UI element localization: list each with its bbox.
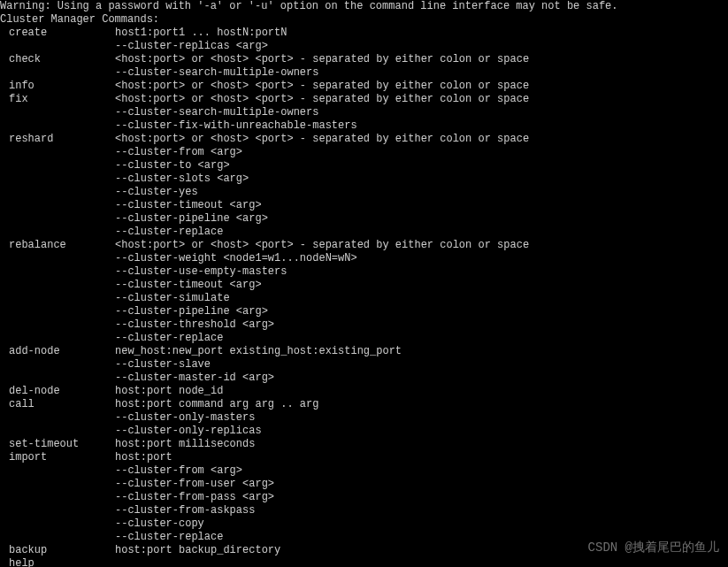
terminal-line: --cluster-pipeline <arg> [0, 212, 728, 226]
terminal-line: --cluster-slave [0, 358, 728, 372]
terminal-text: Cluster Manager Commands: [0, 13, 159, 27]
command-desc: --cluster-from-pass <arg> [115, 491, 728, 504]
command-desc: host1:port1 ... hostN:portN [115, 27, 728, 40]
command-name [0, 226, 115, 239]
command-desc: --cluster-only-replicas [115, 425, 728, 438]
command-desc: --cluster-copy [115, 517, 728, 531]
terminal-line: set-timeouthost:port milliseconds [0, 438, 728, 451]
command-name: import [0, 451, 115, 464]
command-name: del-node [0, 385, 115, 398]
terminal-line: --cluster-from <arg> [0, 146, 728, 159]
terminal-line: info<host:port> or <host> <port> - separ… [0, 80, 728, 93]
terminal-line: --cluster-weight <node1=w1...nodeN=wN> [0, 252, 728, 265]
command-desc: --cluster-simulate [115, 292, 728, 305]
command-name: rebalance [0, 239, 115, 252]
terminal-line: --cluster-search-multiple-owners [0, 66, 728, 80]
command-desc: new_host:new_port existing_host:existing… [115, 345, 728, 358]
command-desc: --cluster-timeout <arg> [115, 279, 728, 292]
terminal-line: --cluster-copy [0, 517, 728, 531]
command-name [0, 411, 115, 425]
command-name [0, 265, 115, 279]
command-name [0, 491, 115, 504]
command-desc: --cluster-from <arg> [115, 146, 728, 159]
command-desc: --cluster-slave [115, 358, 728, 372]
command-name [0, 199, 115, 212]
command-desc: --cluster-slots <arg> [115, 172, 728, 186]
command-desc: --cluster-only-masters [115, 411, 728, 425]
command-name [0, 332, 115, 345]
command-desc: --cluster-pipeline <arg> [115, 212, 728, 226]
terminal-line: --cluster-replace [0, 226, 728, 239]
terminal-line: --cluster-slots <arg> [0, 172, 728, 186]
command-desc: --cluster-threshold <arg> [115, 318, 728, 332]
terminal-line: --cluster-fix-with-unreachable-masters [0, 119, 728, 133]
command-desc: --cluster-from-user <arg> [115, 478, 728, 491]
command-name [0, 119, 115, 133]
command-name: call [0, 398, 115, 411]
command-desc: --cluster-replace [115, 332, 728, 345]
command-name: help [0, 557, 115, 567]
terminal-line: importhost:port [0, 451, 728, 464]
command-desc: --cluster-from-askpass [115, 504, 728, 517]
terminal-line: --cluster-to <arg> [0, 159, 728, 172]
command-name [0, 40, 115, 53]
command-name [0, 517, 115, 531]
command-name [0, 186, 115, 199]
terminal-line: --cluster-from-user <arg> [0, 478, 728, 491]
terminal-line: --cluster-threshold <arg> [0, 318, 728, 332]
terminal-line: Cluster Manager Commands: [0, 13, 728, 27]
command-desc: --cluster-weight <node1=w1...nodeN=wN> [115, 252, 728, 265]
command-name: add-node [0, 345, 115, 358]
command-desc: --cluster-to <arg> [115, 159, 728, 172]
terminal-text: Warning: Using a password with '-a' or '… [0, 0, 618, 13]
terminal-line: --cluster-from-pass <arg> [0, 491, 728, 504]
command-name: info [0, 80, 115, 93]
terminal-line: add-nodenew_host:new_port existing_host:… [0, 345, 728, 358]
command-desc: host:port command arg arg .. arg [115, 398, 728, 411]
command-desc: --cluster-yes [115, 186, 728, 199]
terminal-line: reshard<host:port> or <host> <port> - se… [0, 133, 728, 146]
command-desc: <host:port> or <host> <port> - separated… [115, 133, 728, 146]
command-name: backup [0, 544, 115, 557]
terminal-line: --cluster-pipeline <arg> [0, 305, 728, 318]
command-name [0, 159, 115, 172]
command-desc: --cluster-pipeline <arg> [115, 305, 728, 318]
terminal-line: --cluster-from <arg> [0, 464, 728, 478]
terminal-line: del-nodehost:port node_id [0, 385, 728, 398]
command-name [0, 425, 115, 438]
command-desc: --cluster-search-multiple-owners [115, 66, 728, 80]
command-name [0, 478, 115, 491]
command-desc: host:port [115, 451, 728, 464]
command-desc: --cluster-use-empty-masters [115, 265, 728, 279]
terminal-line: --cluster-timeout <arg> [0, 199, 728, 212]
terminal-line: --cluster-replace [0, 332, 728, 345]
command-name [0, 358, 115, 372]
command-desc: <host:port> or <host> <port> - separated… [115, 93, 728, 106]
command-desc: host:port milliseconds [115, 438, 728, 451]
command-desc: <host:port> or <host> <port> - separated… [115, 239, 728, 252]
terminal-line: callhost:port command arg arg .. arg [0, 398, 728, 411]
command-desc: --cluster-master-id <arg> [115, 372, 728, 385]
command-name [0, 372, 115, 385]
terminal-line: --cluster-timeout <arg> [0, 279, 728, 292]
command-desc: <host:port> or <host> <port> - separated… [115, 53, 728, 66]
terminal-line: --cluster-yes [0, 186, 728, 199]
command-name [0, 318, 115, 332]
command-desc: --cluster-from <arg> [115, 464, 728, 478]
terminal-line: --cluster-simulate [0, 292, 728, 305]
command-desc [115, 557, 728, 567]
command-name [0, 106, 115, 119]
watermark: CSDN @拽着尾巴的鱼儿 [588, 541, 719, 555]
command-name [0, 531, 115, 544]
terminal-line: rebalance<host:port> or <host> <port> - … [0, 239, 728, 252]
command-name: create [0, 27, 115, 40]
terminal-line: createhost1:port1 ... hostN:portN [0, 27, 728, 40]
command-name [0, 464, 115, 478]
terminal-line: --cluster-use-empty-masters [0, 265, 728, 279]
terminal-line: --cluster-only-replicas [0, 425, 728, 438]
command-desc: host:port node_id [115, 385, 728, 398]
command-name: check [0, 53, 115, 66]
command-name [0, 279, 115, 292]
command-name [0, 66, 115, 80]
command-name [0, 172, 115, 186]
